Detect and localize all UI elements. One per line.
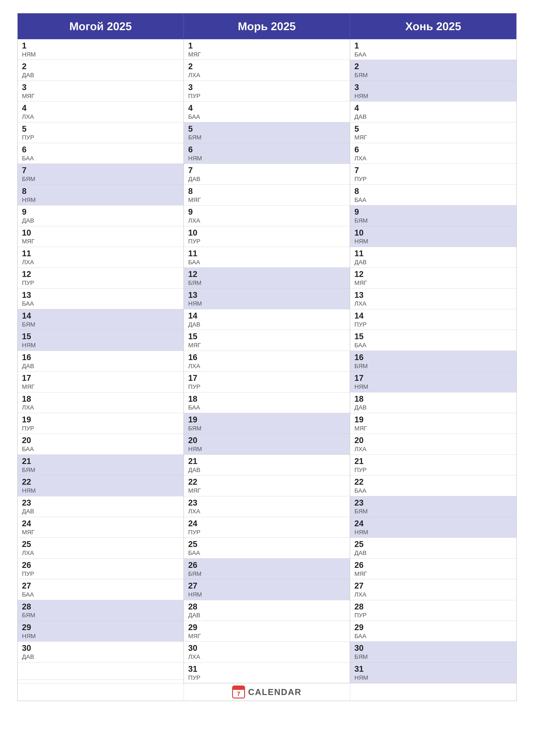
day-number: 8 xyxy=(188,187,345,196)
day-row: 28БЯМ xyxy=(18,600,184,621)
day-number: 9 xyxy=(188,207,345,217)
day-name: ПУР xyxy=(22,425,179,432)
day-number: 27 xyxy=(188,581,345,590)
day-name: БЯМ xyxy=(188,425,345,432)
day-name: ДАВ xyxy=(188,466,345,474)
day-row: 19БЯМ xyxy=(184,413,350,434)
day-name: БЯМ xyxy=(354,653,512,661)
day-row: 26БЯМ xyxy=(184,558,350,579)
day-number: 10 xyxy=(354,229,512,237)
day-name: БАА xyxy=(22,155,179,162)
calendar-body: 1НЯМ2ДАВ3МЯГ4ЛХА5ПУР6БАА7БЯМ8НЯМ9ДАВ10МЯ… xyxy=(18,39,516,683)
calendar-logo-icon: 7 xyxy=(232,686,245,698)
day-number: 31 xyxy=(188,664,345,674)
day-row: 10НЯМ xyxy=(350,226,516,247)
day-name: МЯГ xyxy=(188,341,345,349)
day-name: ПУР xyxy=(188,528,345,536)
day-name: НЯМ xyxy=(22,196,179,204)
day-number: 4 xyxy=(354,104,512,113)
day-name: ДАВ xyxy=(22,508,179,515)
day-number: 17 xyxy=(22,374,179,383)
day-name: ПУР xyxy=(354,611,512,619)
day-row: 5БЯМ xyxy=(184,122,350,143)
day-name: ДАВ xyxy=(22,363,179,370)
day-number: 24 xyxy=(354,519,512,528)
day-name: ПУР xyxy=(22,279,179,286)
day-name: БАА xyxy=(188,404,345,411)
day-number: 19 xyxy=(188,415,345,424)
day-name: ПУР xyxy=(354,466,512,474)
day-number: 9 xyxy=(354,207,512,217)
day-row: 28ДАВ xyxy=(184,600,350,621)
day-row: 13БАА xyxy=(18,288,184,309)
day-name: БАА xyxy=(22,591,179,598)
day-row: 14ПУР xyxy=(350,309,516,330)
month-col-3: 1БАА2БЯМ3НЯМ4ДАВ5МЯГ6ЛХА7ПУР8БАА9БЯМ10НЯ… xyxy=(350,39,516,683)
month-header-2: Морь 2025 xyxy=(184,14,350,39)
day-number: 29 xyxy=(22,623,179,632)
day-number: 23 xyxy=(188,499,345,507)
day-number: 14 xyxy=(188,311,345,320)
day-row: 14БЯМ xyxy=(18,309,184,330)
day-name: БЯМ xyxy=(188,279,345,286)
day-number: 7 xyxy=(22,166,179,175)
day-name: МЯГ xyxy=(188,487,345,494)
day-row: 2БЯМ xyxy=(350,60,516,81)
day-name: МЯГ xyxy=(22,528,179,536)
day-number: 13 xyxy=(354,291,512,300)
day-name: БЯМ xyxy=(354,508,512,515)
day-name: БАА xyxy=(188,113,345,121)
day-number: 7 xyxy=(188,166,345,175)
day-number: 16 xyxy=(188,353,345,362)
day-row: 22НЯМ xyxy=(18,475,184,496)
day-number: 20 xyxy=(188,436,345,445)
day-number: 22 xyxy=(354,477,512,487)
day-number: 13 xyxy=(188,291,345,300)
day-number: 30 xyxy=(188,644,345,653)
day-number: 20 xyxy=(22,436,179,445)
day-name: БЯМ xyxy=(354,71,512,79)
day-name: МЯГ xyxy=(354,425,512,432)
month-col-1: 1НЯМ2ДАВ3МЯГ4ЛХА5ПУР6БАА7БЯМ8НЯМ9ДАВ10МЯ… xyxy=(18,39,184,683)
day-name: ДАВ xyxy=(354,404,512,411)
day-name: МЯГ xyxy=(354,570,512,578)
day-number: 8 xyxy=(354,187,512,196)
day-name: БАА xyxy=(354,196,512,204)
day-name: БЯМ xyxy=(354,363,512,370)
footer-logo: 7 CALENDAR xyxy=(232,686,301,698)
day-row: 17ПУР xyxy=(184,371,350,392)
day-name: ЛХА xyxy=(188,508,345,515)
day-number: 17 xyxy=(354,374,512,383)
day-row: 13ЛХА xyxy=(350,288,516,309)
day-number: 8 xyxy=(22,187,179,196)
day-name: ЛХА xyxy=(188,217,345,224)
day-row: 17НЯМ xyxy=(350,371,516,392)
day-row: 21ПУР xyxy=(350,455,516,475)
day-number: 25 xyxy=(354,540,512,549)
day-row: 28ПУР xyxy=(350,600,516,621)
day-name: НЯМ xyxy=(22,341,179,349)
day-number: 5 xyxy=(22,124,179,134)
day-name: ПУР xyxy=(22,570,179,578)
month-header-3: Хонь 2025 xyxy=(350,14,516,39)
day-row: 23БЯМ xyxy=(350,496,516,517)
day-row: 6ЛХА xyxy=(350,143,516,164)
day-number: 29 xyxy=(188,623,345,632)
day-row: 17МЯГ xyxy=(18,371,184,392)
day-row: 26МЯГ xyxy=(350,558,516,579)
day-row: 9ДАВ xyxy=(18,205,184,226)
day-row: 20НЯМ xyxy=(184,434,350,454)
day-row: 29МЯГ xyxy=(184,621,350,641)
day-row: 8НЯМ xyxy=(18,185,184,205)
day-name: МЯГ xyxy=(354,134,512,141)
day-name: ПУР xyxy=(354,176,512,183)
day-name: БАА xyxy=(188,258,345,266)
day-row: 27БАА xyxy=(18,579,184,600)
day-row: 31НЯМ xyxy=(350,662,516,683)
day-row: 30ЛХА xyxy=(184,641,350,662)
day-row: 25ЛХА xyxy=(18,538,184,558)
day-row: 4ДАВ xyxy=(350,101,516,122)
day-name: ДАВ xyxy=(354,549,512,557)
day-row: 3ПУР xyxy=(184,81,350,101)
day-row: 12ПУР xyxy=(18,268,184,288)
